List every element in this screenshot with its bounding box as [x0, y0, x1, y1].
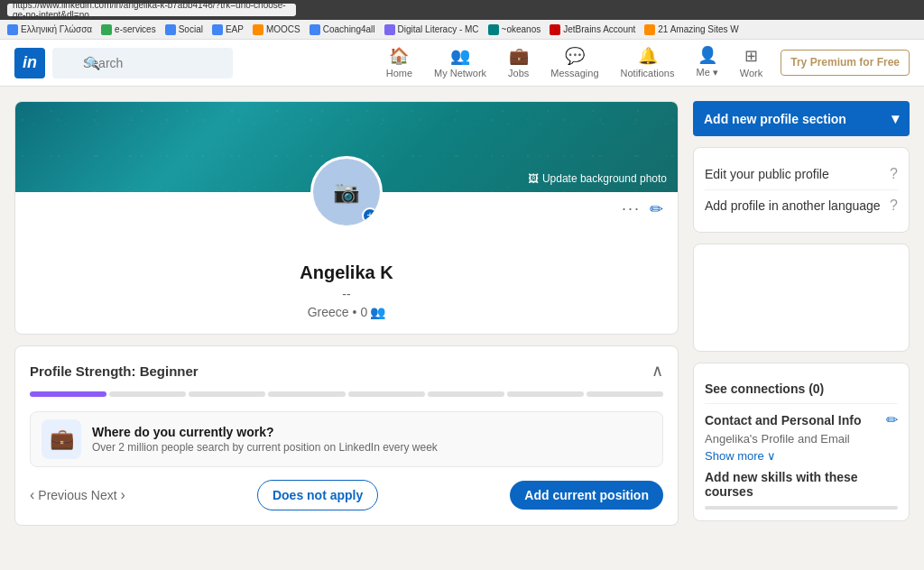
add-language-profile-link[interactable]: Add profile in another language ?	[705, 190, 898, 221]
profile-section: 🖼 Update background photo 📷 + ··· ✏ Ange…	[14, 101, 679, 556]
update-bg-photo-button[interactable]: 🖼 Update background photo	[528, 172, 667, 185]
profile-location: Greece • 0 👥	[30, 305, 663, 319]
work-suggestion-icon: 💼	[42, 419, 81, 459]
me-icon: 👤	[698, 45, 717, 65]
strength-item-title: Where do you currently work?	[92, 425, 438, 439]
bar-segment-4	[268, 391, 345, 397]
profile-card: 🖼 Update background photo 📷 + ··· ✏ Ange…	[14, 101, 679, 335]
home-icon: 🏠	[389, 46, 409, 66]
try-premium-button[interactable]: Try Premium for Free	[781, 50, 910, 75]
sidebar-connections-contact: See connections (0) Contact and Personal…	[693, 363, 910, 521]
search-input[interactable]	[52, 48, 233, 78]
image-icon: 🖼	[528, 172, 539, 185]
bookmark-icon-jetbrains	[550, 24, 560, 35]
bookmark-moocs[interactable]: MOOCS	[253, 24, 300, 35]
search-icon: 🔍	[85, 56, 100, 70]
bookmark-eap[interactable]: EAP	[212, 24, 244, 35]
nav-home[interactable]: 🏠 Home	[375, 40, 423, 87]
show-more-link[interactable]: Show more ∨	[705, 449, 898, 463]
edit-profile-button[interactable]: ✏	[650, 199, 663, 219]
bookmark-icon-digital	[384, 24, 395, 35]
nav-items: 🏠 Home 👥 My Network 💼 Jobs 💬 Messaging 🔔…	[375, 40, 910, 87]
more-options-button[interactable]: ···	[622, 199, 641, 219]
nav-me[interactable]: 👤 Me ▾	[685, 40, 728, 87]
strength-collapse-button[interactable]: ∧	[651, 361, 663, 381]
add-new-profile-section-button[interactable]: Add new profile section ▾	[693, 101, 910, 136]
bookmarks-bar: Ελληνική Γλώσσα e-services Social EAP MO…	[0, 20, 924, 40]
contact-info-title: Contact and Personal Info	[705, 413, 861, 428]
strength-bar	[30, 391, 663, 397]
add-current-position-button[interactable]: Add current position	[510, 481, 663, 510]
bookmark-okeanos[interactable]: ~okeanos	[488, 24, 541, 35]
skills-courses-bar	[705, 506, 898, 510]
messaging-icon: 💬	[565, 46, 585, 66]
strength-card: Profile Strength: Beginner ∧ 💼 Where do …	[14, 345, 679, 526]
contact-edit-icon[interactable]: ✏	[886, 411, 898, 428]
nav-messaging[interactable]: 💬 Messaging	[540, 40, 609, 87]
strength-header: Profile Strength: Beginner ∧	[30, 361, 663, 381]
bar-segment-2	[109, 391, 186, 397]
bookmark-digital[interactable]: Digital Literacy - MC	[384, 24, 479, 35]
linkedin-logo[interactable]: in	[14, 48, 45, 78]
bookmark-icon-eap	[212, 24, 223, 35]
strength-suggestion-item: 💼 Where do you currently work? Over 2 mi…	[30, 411, 663, 467]
nav-notifications[interactable]: 🔔 Notifications	[610, 40, 686, 87]
edit-public-profile-link[interactable]: Edit your public profile ?	[705, 159, 898, 190]
network-icon: 👥	[450, 46, 470, 66]
bar-segment-3	[189, 391, 265, 397]
bookmark-icon-amazing	[644, 24, 655, 35]
bar-segment-7	[507, 391, 584, 397]
bookmark-icon-coaching	[310, 24, 320, 35]
add-photo-button[interactable]: +	[362, 207, 378, 224]
dropdown-arrow-icon: ▾	[892, 110, 899, 127]
does-not-apply-button[interactable]: Does not apply	[257, 480, 378, 510]
jobs-icon: 💼	[509, 46, 529, 66]
bar-segment-1	[30, 391, 106, 397]
bookmark-jetbrains[interactable]: JetBrains Account	[550, 24, 635, 35]
previous-button[interactable]: ‹ Previous	[30, 487, 88, 503]
see-connections-link[interactable]: See connections (0)	[705, 374, 898, 404]
main-content: 🖼 Update background photo 📷 + ··· ✏ Ange…	[0, 87, 924, 570]
left-arrow-icon: ‹	[30, 487, 34, 503]
sidebar-profile-links: Edit your public profile ? Add profile i…	[693, 147, 910, 233]
bar-segment-5	[348, 391, 425, 397]
bookmark-icon-greek	[7, 24, 18, 35]
nav-arrows: ‹ Previous Next ›	[30, 487, 125, 503]
bar-segment-6	[428, 391, 504, 397]
nav-network[interactable]: 👥 My Network	[423, 40, 497, 87]
chevron-down-icon: ∨	[767, 449, 776, 463]
avatar[interactable]: 📷 +	[310, 156, 383, 228]
contact-email: Angelika's Profile and Email	[705, 428, 898, 449]
sidebar-ad	[693, 244, 910, 352]
search-wrap: 🔍	[45, 48, 233, 78]
bookmark-eservices[interactable]: e-services	[101, 24, 156, 35]
profile-body: 📷 + ··· ✏ Angelika K -- Greece • 0	[15, 192, 678, 334]
bookmark-greek[interactable]: Ελληνική Γλώσσα	[7, 24, 92, 35]
strength-item-subtitle: Over 2 million people search by current …	[92, 441, 438, 454]
bookmark-coaching[interactable]: Coaching4all	[310, 24, 375, 35]
bookmark-social[interactable]: Social	[165, 24, 203, 35]
notifications-icon: 🔔	[638, 46, 658, 66]
strength-navigation: ‹ Previous Next › Does not apply Add cur…	[30, 480, 663, 510]
nav-jobs[interactable]: 💼 Jobs	[497, 40, 540, 87]
work-grid-icon: ⊞	[744, 46, 758, 66]
bookmark-icon-moocs	[253, 24, 263, 35]
url-bar[interactable]: https://www.linkedin.com/in/angelika-k-b…	[7, 4, 296, 16]
add-skills-section: Add new skills with these courses	[705, 463, 898, 510]
bookmark-icon-okeanos	[488, 24, 499, 35]
bookmark-amazing[interactable]: 21 Amazing Sites W	[644, 24, 738, 35]
add-skills-title: Add new skills with these courses	[705, 470, 898, 506]
profile-headline: --	[30, 287, 663, 301]
help-icon-language: ?	[890, 198, 898, 214]
strength-item-text: Where do you currently work? Over 2 mill…	[92, 425, 438, 454]
next-button[interactable]: Next ›	[91, 487, 125, 503]
right-arrow-icon: ›	[121, 487, 125, 503]
profile-name: Angelika K	[30, 262, 663, 283]
connections-icon: 👥	[370, 305, 385, 319]
bar-segment-8	[587, 391, 663, 397]
profile-info: Angelika K -- Greece • 0 👥	[30, 262, 663, 319]
strength-title: Profile Strength: Beginner	[30, 363, 199, 379]
nav-work[interactable]: ⊞ Work	[729, 40, 773, 87]
bookmark-icon-eservices	[101, 24, 112, 35]
connections-count[interactable]: 0 👥	[361, 305, 386, 319]
